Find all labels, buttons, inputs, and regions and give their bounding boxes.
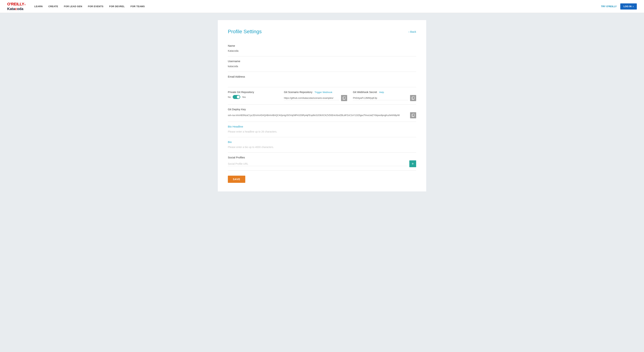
nav-for-lead-gen[interactable]: FOR LEAD GEN — [64, 5, 82, 8]
git-repo-row — [284, 95, 347, 101]
toggle-yes-text: Yes — [242, 96, 246, 98]
username-section: Username — [228, 56, 416, 72]
name-section: Name — [228, 41, 416, 56]
copy-repo-button[interactable] — [341, 95, 347, 101]
social-section: Social Profiles + — [228, 153, 416, 171]
save-button[interactable]: SAVE — [228, 176, 245, 183]
logo: O'REILLY ® Katacoda — [7, 2, 26, 11]
nav-for-events[interactable]: FOR EVENTS — [88, 5, 103, 8]
username-label: Username — [228, 60, 416, 63]
private-git-label: Private Git Repository — [228, 90, 278, 94]
private-git-col: Private Git Repository No Yes — [228, 90, 278, 101]
trigger-webhook-link[interactable]: Trigger Webhook — [315, 91, 332, 94]
try-oreilly-link[interactable]: TRY O'REILLY — [601, 5, 617, 8]
plus-icon: + — [412, 161, 414, 166]
bio-section: Bio — [228, 137, 416, 153]
back-link[interactable]: ‹ Back — [408, 30, 416, 33]
private-git-toggle[interactable] — [233, 95, 240, 99]
logo-katacoda: Katacoda — [7, 7, 26, 11]
nav-for-devrel[interactable]: FOR DEVREL — [109, 5, 125, 8]
deploy-key-label: Git Deploy Key — [228, 108, 416, 111]
git-repo-col: Git Scenario Repository Trigger Webhook — [284, 90, 347, 101]
social-input[interactable] — [228, 162, 407, 166]
deploy-key-row: ssh-rsa AAAAB3NzaC1yc2EAAAADAQABAAABAQC4… — [228, 112, 416, 118]
bio-input[interactable] — [228, 145, 416, 149]
copy-deploy-key-button[interactable] — [410, 112, 416, 118]
git-grid: Private Git Repository No Yes Git Scenar… — [228, 87, 416, 104]
bio-headline-section: Bio Headline — [228, 122, 416, 137]
nav-create[interactable]: CREATE — [48, 5, 58, 8]
copy-icon — [343, 96, 346, 100]
name-input[interactable] — [228, 49, 416, 53]
bio-headline-label: Bio Headline — [228, 125, 416, 128]
card-header: Profile Settings ‹ Back — [228, 29, 416, 34]
social-label: Social Profiles — [228, 156, 416, 159]
email-section: Email Address — [228, 72, 416, 87]
add-social-button[interactable]: + — [409, 160, 416, 167]
deploy-key-section: Git Deploy Key ssh-rsa AAAAB3NzaC1yc2EAA… — [228, 104, 416, 122]
webhook-row — [353, 95, 416, 101]
login-button[interactable]: LOG IN › — [620, 3, 637, 9]
bio-headline-input[interactable] — [228, 129, 416, 134]
navbar: O'REILLY ® Katacoda LEARN CREATE FOR LEA… — [0, 0, 644, 13]
page-title: Profile Settings — [228, 29, 262, 34]
page-wrapper: Profile Settings ‹ Back Name Username Em… — [214, 13, 430, 199]
toggle-row: No Yes — [228, 95, 278, 99]
name-label: Name — [228, 44, 416, 47]
social-row: + — [228, 160, 416, 167]
copy-webhook-button[interactable] — [410, 95, 416, 101]
webhook-input[interactable] — [353, 96, 408, 100]
username-input[interactable] — [228, 64, 416, 68]
nav-learn[interactable]: LEARN — [34, 5, 42, 8]
copy-deploy-icon — [412, 114, 414, 117]
nav-for-teams[interactable]: FOR TEAMS — [130, 5, 145, 8]
svg-rect-1 — [344, 97, 345, 99]
nav-actions: TRY O'REILLY LOG IN › — [601, 3, 637, 9]
settings-card: Profile Settings ‹ Back Name Username Em… — [218, 20, 426, 191]
webhook-help-link[interactable]: Help — [379, 91, 384, 94]
bio-label: Bio — [228, 140, 416, 143]
git-repo-input[interactable] — [284, 96, 339, 100]
copy-webhook-icon — [412, 96, 414, 100]
svg-rect-5 — [412, 114, 414, 116]
email-label: Email Address — [228, 75, 416, 78]
git-repo-label: Git Scenario Repository Trigger Webhook — [284, 90, 347, 94]
toggle-no-text: No — [228, 96, 231, 98]
svg-rect-3 — [412, 97, 414, 99]
deploy-key-value: ssh-rsa AAAAB3NzaC1yc2EAAAADAQABAAABAQC4… — [228, 114, 408, 117]
webhook-label: Git Webhook Secret Help — [353, 90, 416, 94]
webhook-col: Git Webhook Secret Help — [353, 90, 416, 101]
nav-links: LEARN CREATE FOR LEAD GEN FOR EVENTS FOR… — [34, 5, 601, 8]
logo-oreilly: O'REILLY ® — [7, 2, 26, 6]
email-input[interactable] — [228, 79, 416, 84]
